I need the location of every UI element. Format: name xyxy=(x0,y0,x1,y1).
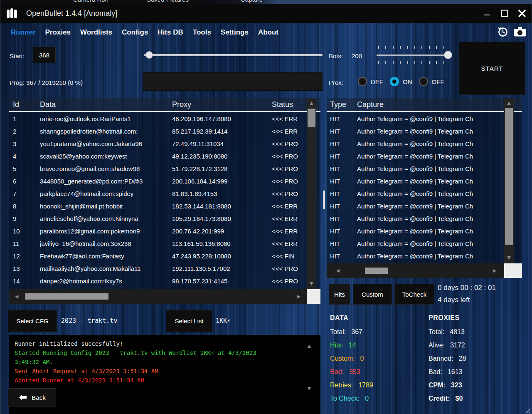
table-row[interactable]: 4scavali25@yahoo.com:keywest49.12.235.19… xyxy=(9,150,307,163)
scrollbar-thumb[interactable] xyxy=(25,293,108,300)
stat-tocheck: To Check:0 xyxy=(330,392,426,405)
table-row[interactable]: HITAuthor Telegram = @confi9 | Telegram … xyxy=(327,163,504,175)
table-row[interactable]: 5bravo.romeo@gmail.com:shadow9851.79.228… xyxy=(9,163,307,175)
cell-capture: Author Telegram = @confi9 | Telegram Ch xyxy=(357,138,503,150)
table-row[interactable]: 8hoonoki_shijin@mail.pt:hobbit182.53.144… xyxy=(9,200,307,213)
start-button[interactable]: START xyxy=(459,42,525,95)
scrollbar-thumb[interactable] xyxy=(365,268,388,274)
table-row[interactable]: 14danper2@hotmail.com:fkxy7s98.170.57.23… xyxy=(9,275,307,288)
cell-id: 13 xyxy=(13,263,37,275)
screenshot-camera-icon[interactable] xyxy=(513,26,527,39)
proxy-radio-on[interactable] xyxy=(390,77,399,86)
menu-item-proxies[interactable]: Proxies xyxy=(45,28,71,37)
column-header-data[interactable]: Data xyxy=(40,98,56,111)
menu-item-wordlists[interactable]: Wordlists xyxy=(80,28,112,37)
menu-item-hitsdb[interactable]: Hits DB xyxy=(158,28,183,37)
resize-grip[interactable] xyxy=(524,407,530,413)
back-button[interactable]: Back xyxy=(8,388,56,407)
cell-capture: Author Telegram = @confi9 | Telegram Ch xyxy=(357,188,503,200)
column-header-status[interactable]: Status xyxy=(272,98,293,111)
tab-hits[interactable]: Hits xyxy=(329,284,350,305)
column-header-capture[interactable]: Capture xyxy=(357,98,384,111)
cell-status: <<< ERR xyxy=(272,125,306,138)
column-header-id[interactable]: Id xyxy=(13,98,19,111)
scroll-down-icon[interactable]: ▼ xyxy=(307,279,316,288)
table-row[interactable]: 3you1pratama@yahoo.com:Jakarta9672.49.49… xyxy=(9,138,307,150)
start-position-input[interactable] xyxy=(33,47,56,63)
vertical-scrollbar[interactable]: ▲ ▼ xyxy=(307,98,316,289)
scroll-up-icon[interactable]: ▲ xyxy=(304,342,315,351)
table-row[interactable]: HITAuthor Telegram = @confi9 | Telegram … xyxy=(327,250,504,263)
log-line: Sent Abort Request at 4/3/2023 3:51:34 A… xyxy=(15,367,258,376)
table-row[interactable]: HITAuthor Telegram = @confi9 | Telegram … xyxy=(327,238,504,250)
selected-wordlist-name: 1KK⚡ xyxy=(216,310,231,332)
scroll-left-icon[interactable]: ◀ xyxy=(11,289,22,304)
scroll-up-icon[interactable]: ▲ xyxy=(307,99,316,108)
table-row[interactable]: 11javiliyo_16@hotmail.com:3ox238113.161.… xyxy=(9,238,307,250)
table-row[interactable]: HITAuthor Telegram = @confi9 | Telegram … xyxy=(327,200,504,213)
tab-tocheck[interactable]: ToCheck xyxy=(394,284,434,305)
table-row[interactable]: HITAuthor Telegram = @confi9 | Telegram … xyxy=(327,175,504,188)
select-wordlist-button[interactable]: Select List xyxy=(166,310,212,332)
column-header-proxy[interactable]: Proxy xyxy=(172,98,191,111)
scroll-right-icon[interactable]: ▶ xyxy=(489,263,500,278)
table-row[interactable]: 12Firehawk77@aol.com:Fantasy47.243.95.22… xyxy=(9,250,307,263)
progress-slider[interactable] xyxy=(144,51,323,59)
scrollbar-thumb[interactable] xyxy=(505,108,513,245)
close-button[interactable] xyxy=(513,4,531,23)
menu-item-configs[interactable]: Configs xyxy=(122,28,148,37)
cell-proxy: 85.217.192.39:1414 xyxy=(172,125,268,138)
minimize-button[interactable] xyxy=(478,4,496,23)
table-row[interactable]: 10paralibros12@gmail.com:pokemon9200.76.… xyxy=(9,225,307,238)
menu-item-about[interactable]: About xyxy=(258,28,278,37)
cell-data: bravo.romeo@gmail.com:shadow98 xyxy=(40,163,170,175)
table-row[interactable]: HITAuthor Telegram = @confi9 | Telegram … xyxy=(327,213,504,225)
table-row[interactable]: 7parkplace74@hotmail.com:spidey81.83.1.8… xyxy=(9,188,307,200)
table-row[interactable]: HITAuthor Telegram = @confi9 | Telegram … xyxy=(327,188,504,200)
cell-proxy: 105.29.164.173:8080 xyxy=(172,213,268,225)
table-row[interactable]: HITAuthor Telegram = @confi9 | Telegram … xyxy=(327,225,504,238)
menu-item-settings[interactable]: Settings xyxy=(221,28,249,37)
debugger-clock-icon[interactable] xyxy=(497,26,508,39)
select-config-button[interactable]: Select CFG xyxy=(8,310,57,332)
scroll-up-icon[interactable]: ▲ xyxy=(504,99,514,108)
scroll-right-icon[interactable]: ▶ xyxy=(293,289,304,304)
cell-id: 14 xyxy=(13,275,37,288)
proxy-radio-def[interactable] xyxy=(358,77,367,86)
maximize-button[interactable] xyxy=(496,4,513,23)
slider-thumb[interactable] xyxy=(145,51,153,59)
table-row[interactable]: 9anneliesehoff@yahoo.com:Ninnyna105.29.1… xyxy=(9,213,307,225)
tab-custom[interactable]: Custom xyxy=(353,284,392,305)
table-row[interactable]: 13mailkaaliyah@yahoo.com:Makaila11192.11… xyxy=(9,263,307,275)
menu-item-runner[interactable]: Runner xyxy=(11,28,36,37)
proxy-radio-def-label: DEF xyxy=(371,78,383,85)
close-icon xyxy=(517,9,527,18)
proxy-radio-off[interactable] xyxy=(419,77,428,86)
menu-item-tools[interactable]: Tools xyxy=(193,28,211,37)
table-row[interactable]: HITAuthor Telegram = @confi9 | Telegram … xyxy=(327,113,504,125)
bots-label: Bots: xyxy=(329,52,343,59)
scrollbar-thumb[interactable] xyxy=(308,109,315,127)
slider-thumb[interactable] xyxy=(444,51,452,59)
proxy-radio-off-label: OFF xyxy=(432,78,444,85)
vertical-scrollbar[interactable]: ▲ ▼ xyxy=(504,98,514,263)
table-row[interactable]: HITAuthor Telegram = @confi9 | Telegram … xyxy=(327,138,504,150)
column-header-type[interactable]: Type xyxy=(330,98,346,111)
stat-proxy-banned: Banned:28 xyxy=(429,352,524,365)
table-row[interactable]: 63448050_generated@pd.com:PD@3200.106.18… xyxy=(9,175,307,188)
titlebar[interactable]: OpenBullet 1.4.4 [Anomaly] xyxy=(0,4,532,23)
scroll-down-icon[interactable]: ▼ xyxy=(304,384,315,393)
table-row[interactable]: HITAuthor Telegram = @confi9 | Telegram … xyxy=(327,150,504,163)
back-button-label: Back xyxy=(32,394,45,401)
table-splitter[interactable] xyxy=(323,191,325,209)
table-row[interactable]: HITAuthor Telegram = @confi9 | Telegram … xyxy=(327,125,504,138)
horizontal-scrollbar[interactable]: ◀ ▶ xyxy=(327,263,504,278)
scroll-left-icon[interactable]: ◀ xyxy=(332,263,343,278)
table-row[interactable]: 2shanngspoiledrotten@hotmail.com:85.217.… xyxy=(9,125,307,138)
log-line: Started Running Config 2023 - trakt.tv w… xyxy=(15,348,258,367)
bots-slider[interactable] xyxy=(377,46,452,64)
horizontal-scrollbar[interactable]: ◀ ▶ xyxy=(9,289,307,304)
table-row[interactable]: 1rarie-roo@outlook.es:RariPants146.209.1… xyxy=(9,113,307,125)
cell-id: 11 xyxy=(13,238,37,250)
scroll-down-icon[interactable]: ▼ xyxy=(504,253,514,263)
